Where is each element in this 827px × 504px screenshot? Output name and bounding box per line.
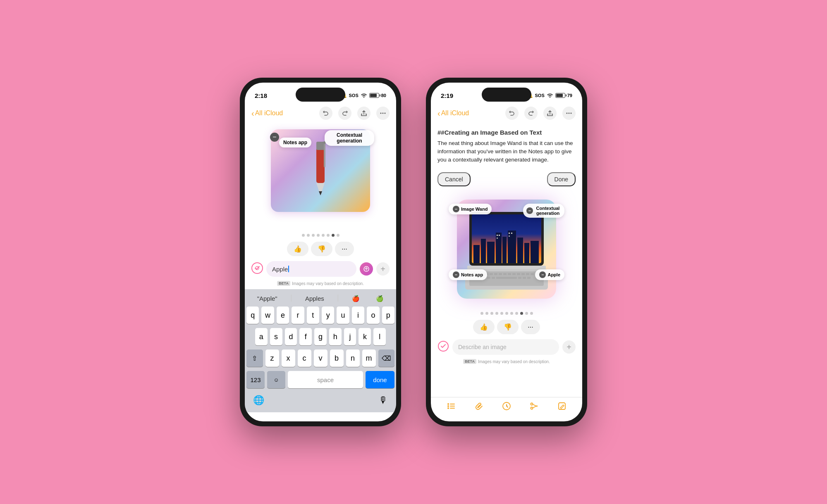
plus-btn-1[interactable]: +	[376, 262, 390, 276]
svg-rect-57	[518, 277, 521, 279]
svg-rect-18	[473, 245, 480, 263]
thumbs-up-btn-1[interactable]: 👍	[287, 242, 308, 256]
beta-description-2: Images may vary based on description.	[478, 359, 550, 364]
key-b[interactable]: b	[330, 349, 344, 367]
key-t[interactable]: t	[307, 307, 319, 324]
key-f[interactable]: f	[299, 328, 312, 345]
nav-back-1[interactable]: ‹ All iCloud	[251, 109, 283, 118]
key-s[interactable]: s	[270, 328, 282, 345]
badge-apple-label: Apple	[547, 272, 560, 277]
svg-rect-58	[523, 277, 526, 279]
svg-rect-4	[316, 142, 325, 150]
shift-key[interactable]: ⇧	[246, 349, 263, 367]
toolbar-list-icon[interactable]	[447, 402, 456, 413]
dot-2-9	[520, 312, 523, 315]
svg-rect-33	[467, 266, 546, 269]
nav-back-label-1: All iCloud	[255, 109, 283, 117]
svg-point-2	[385, 113, 386, 114]
done-key[interactable]: done	[366, 371, 394, 388]
autocorrect-green-apple[interactable]: 🍏	[373, 293, 387, 304]
globe-mic-row: 🌐 🎙	[245, 392, 396, 412]
autocorrect-apples[interactable]: Apples	[302, 293, 327, 304]
input-placeholder-2: Describe an image	[458, 344, 507, 350]
autocorrect-red-apple[interactable]: 🍎	[349, 293, 363, 304]
input-value-1: Apple	[272, 266, 288, 273]
key-u[interactable]: u	[337, 307, 349, 324]
key-v[interactable]: v	[314, 349, 327, 367]
key-w[interactable]: w	[261, 307, 274, 324]
cursor-1	[288, 266, 289, 272]
share-icon-1[interactable]	[357, 107, 370, 120]
svg-rect-25	[524, 243, 529, 263]
emoji-key[interactable]: ☺	[267, 371, 285, 388]
toolbar-scissors-icon[interactable]	[530, 402, 539, 413]
undo-icon-1[interactable]	[319, 107, 332, 120]
thumbs-down-btn-1[interactable]: 👎	[311, 242, 332, 256]
minus-btn-image-1[interactable]: −	[270, 133, 279, 142]
thumbs-up-btn-2[interactable]: 👍	[473, 320, 495, 334]
key-l[interactable]: l	[373, 328, 386, 345]
undo-icon-2[interactable]	[505, 107, 519, 120]
minus-na[interactable]: −	[453, 271, 459, 278]
key-g[interactable]: g	[314, 328, 327, 345]
key-o[interactable]: o	[367, 307, 379, 324]
more-feedback-btn-2[interactable]: ···	[521, 320, 540, 334]
nav-back-2[interactable]: ‹ All iCloud	[437, 109, 469, 118]
key-e[interactable]: e	[277, 307, 289, 324]
minus-ap[interactable]: −	[539, 271, 546, 278]
globe-icon-1[interactable]: 🌐	[253, 395, 264, 406]
delete-key[interactable]: ⌫	[378, 349, 395, 367]
key-d[interactable]: d	[285, 328, 297, 345]
key-q[interactable]: q	[246, 307, 259, 324]
text-input-1[interactable]: Apple	[266, 261, 356, 277]
key-h[interactable]: h	[329, 328, 342, 345]
dot-1-6	[327, 234, 330, 237]
minus-cg[interactable]: −	[526, 207, 533, 214]
key-c[interactable]: c	[298, 349, 311, 367]
key-x[interactable]: x	[282, 349, 295, 367]
more-icon-2[interactable]	[562, 107, 576, 120]
badge-notes-1[interactable]: Notes app	[279, 138, 311, 147]
image-gen-area-1: − Notes app Contextual generation	[245, 123, 396, 231]
toolbar-edit-icon[interactable]	[557, 402, 566, 413]
plus-btn-2[interactable]: +	[562, 340, 576, 354]
more-feedback-btn-1[interactable]: ···	[335, 242, 354, 256]
text-input-2[interactable]: Describe an image	[452, 339, 559, 355]
badge-contextual-1[interactable]: Contextual generation	[325, 130, 374, 146]
share-icon-2[interactable]	[543, 107, 557, 120]
redo-icon-1[interactable]	[338, 107, 351, 120]
key-a[interactable]: a	[255, 328, 268, 345]
key-row-3: ⇧ z x c v b n m ⌫	[246, 349, 394, 367]
key-m[interactable]: m	[362, 349, 376, 367]
mic-icon-1[interactable]: 🎙	[379, 395, 388, 406]
thumbs-down-btn-2[interactable]: 👎	[497, 320, 519, 334]
key-p[interactable]: p	[382, 307, 394, 324]
svg-rect-32	[509, 235, 510, 237]
key-z[interactable]: z	[265, 349, 279, 367]
send-btn-1[interactable]	[360, 262, 373, 276]
num-key[interactable]: 123	[246, 371, 265, 388]
svg-rect-55	[492, 277, 495, 279]
space-key[interactable]: space	[288, 371, 363, 388]
key-r[interactable]: r	[292, 307, 304, 324]
cancel-button-2[interactable]: Cancel	[437, 172, 471, 186]
key-n[interactable]: n	[346, 349, 360, 367]
dot-2-3	[490, 312, 493, 315]
redo-icon-2[interactable]	[524, 107, 538, 120]
key-k[interactable]: k	[359, 328, 371, 345]
action-buttons-2: Cancel Done	[431, 169, 582, 190]
nav-icons-2	[505, 107, 576, 120]
svg-rect-43	[503, 273, 507, 275]
dot-1-8	[337, 234, 339, 237]
key-y[interactable]: y	[322, 307, 334, 324]
dot-1-7	[332, 234, 335, 237]
minus-iw[interactable]: −	[453, 206, 459, 212]
toolbar-paperclip-icon[interactable]	[474, 402, 483, 413]
key-j[interactable]: j	[344, 328, 356, 345]
key-i[interactable]: i	[352, 307, 364, 324]
autocorrect-apple-quoted[interactable]: "Apple"	[254, 293, 281, 304]
more-icon-1[interactable]	[376, 107, 390, 120]
toolbar-circle-icon[interactable]	[502, 402, 511, 413]
done-button-2[interactable]: Done	[547, 172, 576, 186]
svg-marker-6	[319, 191, 322, 195]
